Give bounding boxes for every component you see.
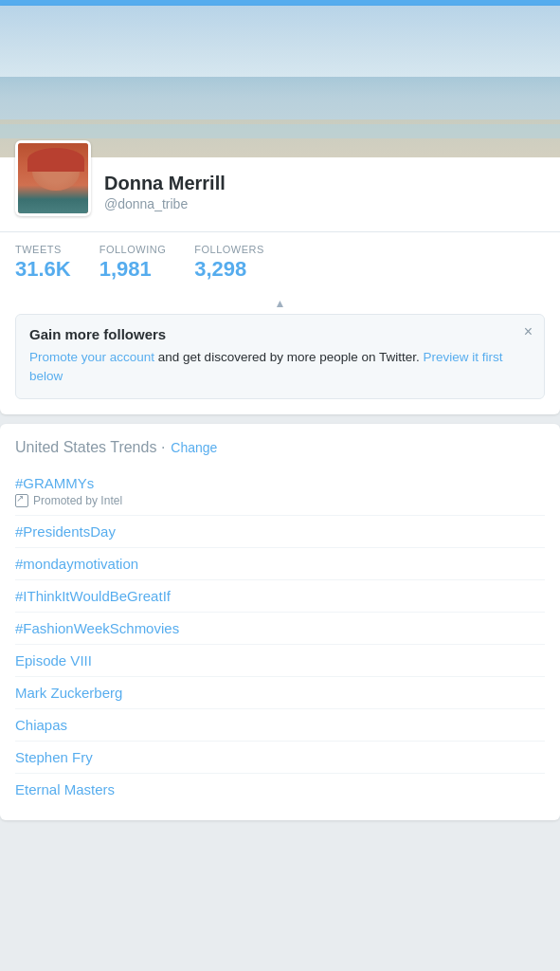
trend-promoted-label: Promoted by Intel bbox=[15, 494, 545, 507]
trends-header: United States Trends · Change bbox=[15, 439, 545, 456]
trend-item: Chiapas bbox=[15, 708, 545, 741]
promoted-icon bbox=[15, 494, 28, 507]
avatar-image bbox=[18, 143, 88, 213]
profile-handle: @donna_tribe bbox=[104, 196, 226, 211]
trend-link[interactable]: Eternal Masters bbox=[15, 781, 545, 797]
trend-item: #FashionWeekSchmovies bbox=[15, 612, 545, 644]
followers-stat[interactable]: FOLLOWERS 3,298 bbox=[194, 244, 264, 282]
trends-list: #GRAMMYsPromoted by Intel#PresidentsDay#… bbox=[15, 467, 545, 805]
trend-link[interactable]: Stephen Fry bbox=[15, 749, 545, 765]
tweets-label: TWEETS bbox=[15, 244, 71, 255]
promo-box: Gain more followers Promote your account… bbox=[15, 314, 545, 399]
trend-item: #mondaymotivation bbox=[15, 547, 545, 579]
followers-label: FOLLOWERS bbox=[194, 244, 264, 255]
trends-change-link[interactable]: Change bbox=[171, 440, 217, 455]
trend-link[interactable]: Mark Zuckerberg bbox=[15, 685, 545, 701]
following-value: 1,981 bbox=[99, 257, 167, 282]
profile-text: Donna Merrill @donna_tribe bbox=[104, 169, 226, 211]
promo-body-text: and get discovered by more people on Twi… bbox=[154, 350, 420, 364]
trend-item: Episode VIII bbox=[15, 644, 545, 676]
promo-body: Promote your account and get discovered … bbox=[29, 348, 531, 387]
trend-link[interactable]: #IThinkItWouldBeGreatIf bbox=[15, 588, 545, 604]
trend-link[interactable]: #GRAMMYs bbox=[15, 475, 545, 491]
promoter-text: Promoted by Intel bbox=[33, 494, 122, 507]
trend-link[interactable]: #PresidentsDay bbox=[15, 523, 545, 540]
profile-name: Donna Merrill bbox=[104, 173, 226, 194]
trend-item: Eternal Masters bbox=[15, 773, 545, 805]
trend-link[interactable]: #FashionWeekSchmovies bbox=[15, 620, 545, 636]
trend-link[interactable]: #mondaymotivation bbox=[15, 556, 545, 572]
tweets-value: 31.6K bbox=[15, 257, 71, 282]
trends-title: United States Trends · bbox=[15, 439, 165, 456]
trend-item: Mark Zuckerberg bbox=[15, 676, 545, 708]
following-stat[interactable]: FOLLOWING 1,981 bbox=[99, 244, 167, 282]
profile-card: Donna Merrill @donna_tribe TWEETS 31.6K … bbox=[0, 6, 560, 414]
followers-value: 3,298 bbox=[194, 257, 264, 282]
chevron-divider: ▲ bbox=[0, 293, 560, 314]
profile-info-area: Donna Merrill @donna_tribe bbox=[0, 157, 560, 231]
promote-account-link[interactable]: Promote your account bbox=[29, 350, 154, 364]
following-label: FOLLOWING bbox=[99, 244, 167, 255]
trend-link[interactable]: Chiapas bbox=[15, 717, 545, 733]
trend-item: Stephen Fry bbox=[15, 741, 545, 773]
trend-item: #IThinkItWouldBeGreatIf bbox=[15, 579, 545, 612]
close-promo-button[interactable]: × bbox=[524, 324, 533, 339]
trend-item: #GRAMMYsPromoted by Intel bbox=[15, 467, 545, 515]
stats-row: TWEETS 31.6K FOLLOWING 1,981 FOLLOWERS 3… bbox=[0, 231, 560, 293]
cover-photo bbox=[0, 6, 560, 157]
trend-link[interactable]: Episode VIII bbox=[15, 652, 545, 669]
trends-card: United States Trends · Change #GRAMMYsPr… bbox=[0, 424, 560, 820]
promo-title: Gain more followers bbox=[29, 326, 531, 342]
avatar bbox=[15, 140, 91, 216]
trend-item: #PresidentsDay bbox=[15, 515, 545, 547]
tweets-stat[interactable]: TWEETS 31.6K bbox=[15, 244, 71, 282]
